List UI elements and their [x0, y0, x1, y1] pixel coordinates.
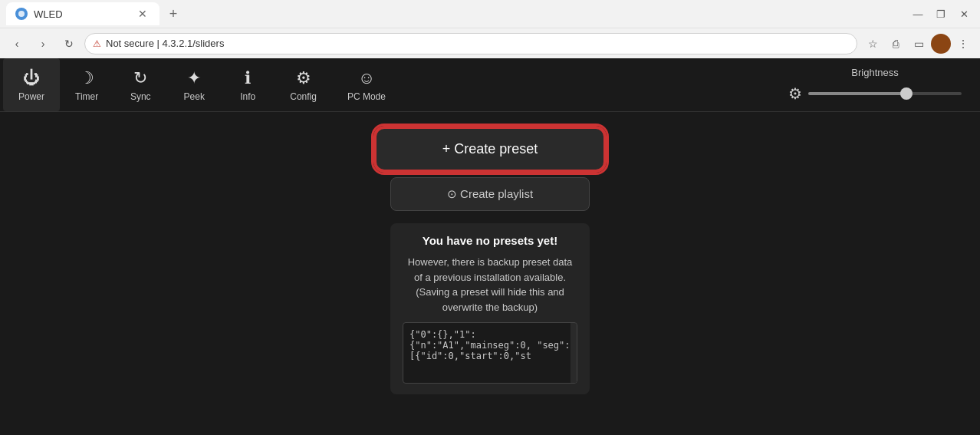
- timer-icon: ☽: [79, 68, 94, 88]
- address-bar[interactable]: ⚠ Not secure | 4.3.2.1/sliders: [84, 33, 857, 54]
- code-content: {"0":{},"1": {"n":"A1","mainseg":0, "seg…: [409, 329, 571, 361]
- peek-icon: ✦: [187, 68, 201, 88]
- nav-item-timer[interactable]: ☽ Timer: [60, 58, 113, 111]
- scrollbar-thumb: [572, 323, 577, 346]
- browser-tab[interactable]: WLED ✕: [6, 2, 159, 25]
- share-button[interactable]: ⎙: [885, 33, 906, 54]
- nav-label-sync: Sync: [130, 91, 151, 102]
- backup-code-block[interactable]: {"0":{},"1": {"n":"A1","mainseg":0, "seg…: [403, 322, 577, 384]
- window-controls: — ❐ ✕: [908, 4, 974, 24]
- profile-avatar[interactable]: [931, 34, 951, 54]
- nav-item-power[interactable]: ⏻ Power: [3, 58, 60, 111]
- forward-button[interactable]: ›: [32, 33, 54, 54]
- nav-label-timer: Timer: [75, 91, 98, 102]
- create-playlist-button[interactable]: ⊙ Create playlist: [390, 177, 590, 211]
- restore-button[interactable]: ❐: [931, 4, 951, 24]
- create-preset-button[interactable]: + Create preset: [375, 127, 605, 171]
- power-icon: ⏻: [23, 68, 40, 88]
- url-display: Not secure | 4.3.2.1/sliders: [106, 38, 224, 49]
- brightness-slider[interactable]: [808, 92, 962, 95]
- scrollbar[interactable]: [572, 323, 577, 383]
- tab-title: WLED: [34, 8, 129, 20]
- nav-item-info[interactable]: ℹ Info: [221, 58, 275, 111]
- browser-chrome: WLED ✕ + — ❐ ✕ ‹ › ↻ ⚠ Not secure | 4.3.…: [0, 0, 980, 58]
- brightness-row: ⚙: [788, 84, 962, 103]
- nav-item-sync[interactable]: ↻ Sync: [113, 58, 167, 111]
- nav-item-peek[interactable]: ✦ Peek: [167, 58, 221, 111]
- close-window-button[interactable]: ✕: [954, 4, 974, 24]
- nav-label-peek: Peek: [184, 91, 205, 102]
- minimize-button[interactable]: —: [908, 4, 928, 24]
- sidebar-toggle-button[interactable]: ▭: [908, 33, 929, 54]
- main-body: + Create preset ⊙ Create playlist You ha…: [0, 112, 980, 435]
- toolbar-actions: ☆ ⎙ ▭ ⋮: [862, 33, 974, 54]
- top-nav: ⏻ Power ☽ Timer ↻ Sync ✦ Peek ℹ Info ⚙ C…: [0, 58, 980, 112]
- create-playlist-label: ⊙ Create playlist: [447, 187, 533, 201]
- reload-button[interactable]: ↻: [58, 33, 80, 54]
- config-icon: ⚙: [296, 68, 311, 88]
- create-preset-label: + Create preset: [442, 141, 538, 157]
- svg-point-0: [18, 11, 25, 17]
- nav-label-pcmode: PC Mode: [347, 91, 386, 102]
- new-tab-button[interactable]: +: [163, 3, 184, 25]
- app-content: ⏻ Power ☽ Timer ↻ Sync ✦ Peek ℹ Info ⚙ C…: [0, 58, 980, 435]
- bookmark-star-button[interactable]: ☆: [862, 33, 883, 54]
- info-icon: ℹ: [245, 68, 251, 88]
- brightness-label: Brightness: [851, 67, 898, 78]
- tab-favicon: [15, 8, 28, 20]
- tab-close-button[interactable]: ✕: [135, 6, 150, 21]
- browser-titlebar: WLED ✕ + — ❐ ✕: [0, 0, 980, 28]
- back-button[interactable]: ‹: [6, 33, 28, 54]
- sync-icon: ↻: [133, 68, 147, 88]
- info-box: You have no presets yet! However, there …: [390, 223, 590, 394]
- info-text: However, there is backup preset data of …: [403, 255, 577, 315]
- nav-label-config: Config: [290, 91, 317, 102]
- brightness-control: Brightness ⚙: [773, 58, 977, 111]
- nav-item-config[interactable]: ⚙ Config: [275, 58, 332, 111]
- brightness-icon: ⚙: [788, 84, 802, 103]
- browser-toolbar: ‹ › ↻ ⚠ Not secure | 4.3.2.1/sliders ☆ ⎙…: [0, 28, 980, 58]
- nav-item-pcmode[interactable]: ☺ PC Mode: [332, 58, 401, 111]
- menu-button[interactable]: ⋮: [952, 33, 974, 54]
- nav-label-power: Power: [18, 91, 44, 102]
- info-title: You have no presets yet!: [403, 234, 577, 247]
- nav-label-info: Info: [240, 91, 255, 102]
- pcmode-icon: ☺: [358, 68, 375, 88]
- security-warning-icon: ⚠: [93, 38, 101, 49]
